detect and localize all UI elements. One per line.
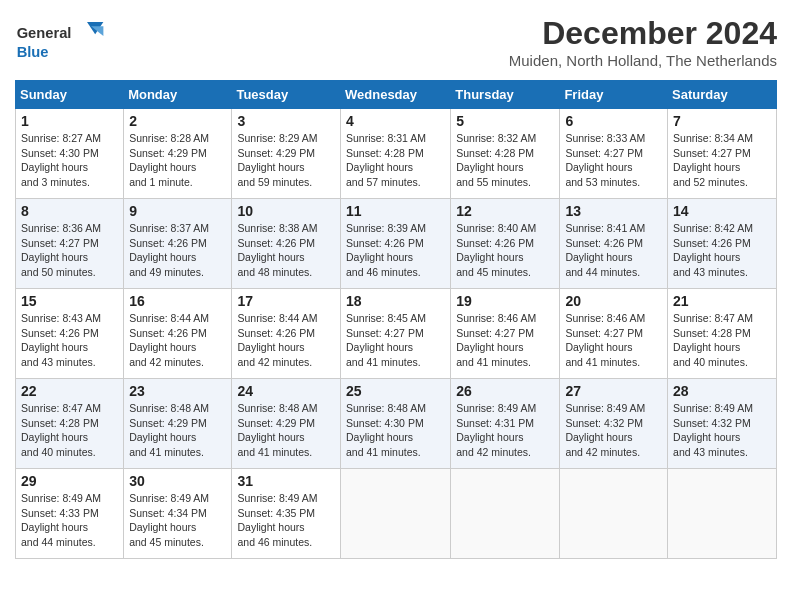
calendar-cell: 4Sunrise: 8:31 AMSunset: 4:28 PMDaylight…: [341, 109, 451, 199]
location-subtitle: Muiden, North Holland, The Netherlands: [509, 52, 777, 69]
day-number: 20: [565, 293, 662, 309]
day-number: 21: [673, 293, 771, 309]
calendar-cell: 22Sunrise: 8:47 AMSunset: 4:28 PMDayligh…: [16, 379, 124, 469]
calendar-cell: [668, 469, 777, 559]
svg-marker-2: [91, 26, 103, 36]
weekday-header-friday: Friday: [560, 81, 668, 109]
weekday-header-tuesday: Tuesday: [232, 81, 341, 109]
svg-text:General: General: [17, 25, 72, 41]
day-number: 27: [565, 383, 662, 399]
day-info: Sunrise: 8:48 AMSunset: 4:29 PMDaylight …: [237, 401, 335, 460]
day-number: 18: [346, 293, 445, 309]
day-info: Sunrise: 8:36 AMSunset: 4:27 PMDaylight …: [21, 221, 118, 280]
day-info: Sunrise: 8:48 AMSunset: 4:29 PMDaylight …: [129, 401, 226, 460]
day-number: 14: [673, 203, 771, 219]
calendar-cell: 28Sunrise: 8:49 AMSunset: 4:32 PMDayligh…: [668, 379, 777, 469]
day-info: Sunrise: 8:38 AMSunset: 4:26 PMDaylight …: [237, 221, 335, 280]
day-number: 29: [21, 473, 118, 489]
calendar-week-3: 15Sunrise: 8:43 AMSunset: 4:26 PMDayligh…: [16, 289, 777, 379]
calendar-cell: 27Sunrise: 8:49 AMSunset: 4:32 PMDayligh…: [560, 379, 668, 469]
day-info: Sunrise: 8:47 AMSunset: 4:28 PMDaylight …: [21, 401, 118, 460]
title-area: December 2024 Muiden, North Holland, The…: [509, 15, 777, 69]
day-info: Sunrise: 8:47 AMSunset: 4:28 PMDaylight …: [673, 311, 771, 370]
day-info: Sunrise: 8:40 AMSunset: 4:26 PMDaylight …: [456, 221, 554, 280]
page-header: General Blue December 2024 Muiden, North…: [15, 15, 777, 70]
day-number: 24: [237, 383, 335, 399]
calendar-cell: 9Sunrise: 8:37 AMSunset: 4:26 PMDaylight…: [124, 199, 232, 289]
day-number: 9: [129, 203, 226, 219]
day-number: 5: [456, 113, 554, 129]
day-info: Sunrise: 8:31 AMSunset: 4:28 PMDaylight …: [346, 131, 445, 190]
day-number: 4: [346, 113, 445, 129]
day-number: 22: [21, 383, 118, 399]
calendar-cell: 15Sunrise: 8:43 AMSunset: 4:26 PMDayligh…: [16, 289, 124, 379]
calendar-cell: 19Sunrise: 8:46 AMSunset: 4:27 PMDayligh…: [451, 289, 560, 379]
day-info: Sunrise: 8:37 AMSunset: 4:26 PMDaylight …: [129, 221, 226, 280]
calendar-cell: 10Sunrise: 8:38 AMSunset: 4:26 PMDayligh…: [232, 199, 341, 289]
weekday-header-monday: Monday: [124, 81, 232, 109]
weekday-header-saturday: Saturday: [668, 81, 777, 109]
calendar-cell: 23Sunrise: 8:48 AMSunset: 4:29 PMDayligh…: [124, 379, 232, 469]
calendar-cell: 24Sunrise: 8:48 AMSunset: 4:29 PMDayligh…: [232, 379, 341, 469]
calendar-cell: 20Sunrise: 8:46 AMSunset: 4:27 PMDayligh…: [560, 289, 668, 379]
day-number: 6: [565, 113, 662, 129]
calendar-cell: 3Sunrise: 8:29 AMSunset: 4:29 PMDaylight…: [232, 109, 341, 199]
day-number: 28: [673, 383, 771, 399]
weekday-header-sunday: Sunday: [16, 81, 124, 109]
calendar-cell: 7Sunrise: 8:34 AMSunset: 4:27 PMDaylight…: [668, 109, 777, 199]
weekday-header-wednesday: Wednesday: [341, 81, 451, 109]
day-number: 31: [237, 473, 335, 489]
svg-text:Blue: Blue: [17, 44, 49, 60]
day-number: 8: [21, 203, 118, 219]
day-info: Sunrise: 8:44 AMSunset: 4:26 PMDaylight …: [237, 311, 335, 370]
day-info: Sunrise: 8:27 AMSunset: 4:30 PMDaylight …: [21, 131, 118, 190]
calendar-cell: 31Sunrise: 8:49 AMSunset: 4:35 PMDayligh…: [232, 469, 341, 559]
day-number: 1: [21, 113, 118, 129]
day-info: Sunrise: 8:34 AMSunset: 4:27 PMDaylight …: [673, 131, 771, 190]
calendar-table: SundayMondayTuesdayWednesdayThursdayFrid…: [15, 80, 777, 559]
calendar-cell: 1Sunrise: 8:27 AMSunset: 4:30 PMDaylight…: [16, 109, 124, 199]
day-info: Sunrise: 8:39 AMSunset: 4:26 PMDaylight …: [346, 221, 445, 280]
day-number: 15: [21, 293, 118, 309]
day-info: Sunrise: 8:49 AMSunset: 4:34 PMDaylight …: [129, 491, 226, 550]
calendar-cell: 29Sunrise: 8:49 AMSunset: 4:33 PMDayligh…: [16, 469, 124, 559]
calendar-cell: 14Sunrise: 8:42 AMSunset: 4:26 PMDayligh…: [668, 199, 777, 289]
day-info: Sunrise: 8:46 AMSunset: 4:27 PMDaylight …: [456, 311, 554, 370]
weekday-header-row: SundayMondayTuesdayWednesdayThursdayFrid…: [16, 81, 777, 109]
calendar-cell: 11Sunrise: 8:39 AMSunset: 4:26 PMDayligh…: [341, 199, 451, 289]
day-info: Sunrise: 8:49 AMSunset: 4:35 PMDaylight …: [237, 491, 335, 550]
calendar-cell: 25Sunrise: 8:48 AMSunset: 4:30 PMDayligh…: [341, 379, 451, 469]
calendar-week-1: 1Sunrise: 8:27 AMSunset: 4:30 PMDaylight…: [16, 109, 777, 199]
day-number: 25: [346, 383, 445, 399]
calendar-cell: 16Sunrise: 8:44 AMSunset: 4:26 PMDayligh…: [124, 289, 232, 379]
calendar-cell: [451, 469, 560, 559]
calendar-cell: 13Sunrise: 8:41 AMSunset: 4:26 PMDayligh…: [560, 199, 668, 289]
day-number: 17: [237, 293, 335, 309]
day-info: Sunrise: 8:43 AMSunset: 4:26 PMDaylight …: [21, 311, 118, 370]
calendar-cell: [341, 469, 451, 559]
day-number: 12: [456, 203, 554, 219]
day-number: 23: [129, 383, 226, 399]
calendar-week-5: 29Sunrise: 8:49 AMSunset: 4:33 PMDayligh…: [16, 469, 777, 559]
day-number: 3: [237, 113, 335, 129]
day-number: 13: [565, 203, 662, 219]
logo: General Blue: [15, 15, 105, 70]
day-info: Sunrise: 8:48 AMSunset: 4:30 PMDaylight …: [346, 401, 445, 460]
day-number: 19: [456, 293, 554, 309]
day-info: Sunrise: 8:49 AMSunset: 4:33 PMDaylight …: [21, 491, 118, 550]
day-number: 30: [129, 473, 226, 489]
day-info: Sunrise: 8:49 AMSunset: 4:32 PMDaylight …: [565, 401, 662, 460]
calendar-cell: 2Sunrise: 8:28 AMSunset: 4:29 PMDaylight…: [124, 109, 232, 199]
day-info: Sunrise: 8:45 AMSunset: 4:27 PMDaylight …: [346, 311, 445, 370]
day-info: Sunrise: 8:44 AMSunset: 4:26 PMDaylight …: [129, 311, 226, 370]
calendar-week-4: 22Sunrise: 8:47 AMSunset: 4:28 PMDayligh…: [16, 379, 777, 469]
calendar-cell: 6Sunrise: 8:33 AMSunset: 4:27 PMDaylight…: [560, 109, 668, 199]
day-number: 10: [237, 203, 335, 219]
day-info: Sunrise: 8:49 AMSunset: 4:31 PMDaylight …: [456, 401, 554, 460]
calendar-cell: 21Sunrise: 8:47 AMSunset: 4:28 PMDayligh…: [668, 289, 777, 379]
day-number: 2: [129, 113, 226, 129]
calendar-cell: [560, 469, 668, 559]
day-number: 26: [456, 383, 554, 399]
day-info: Sunrise: 8:33 AMSunset: 4:27 PMDaylight …: [565, 131, 662, 190]
calendar-cell: 8Sunrise: 8:36 AMSunset: 4:27 PMDaylight…: [16, 199, 124, 289]
